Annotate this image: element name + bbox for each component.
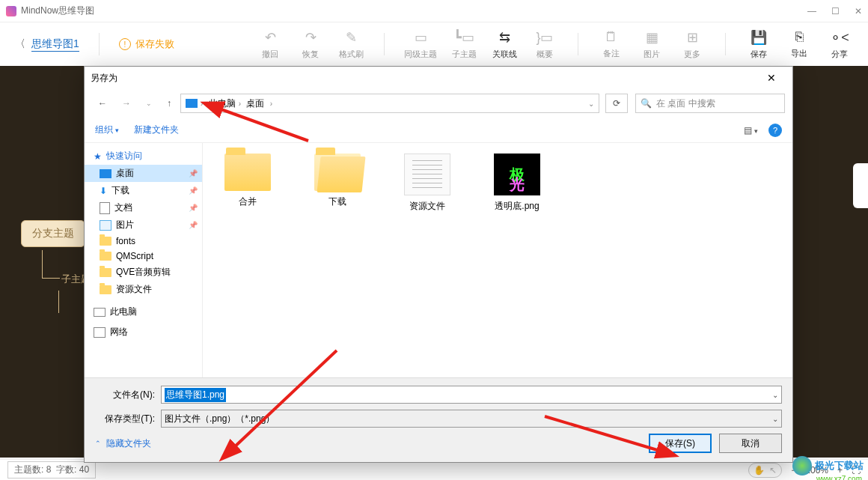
child-topic-button[interactable]: ┗▭子主题 [450,29,477,60]
save-icon: 💾 [751,29,767,46]
sidebar-quick-access[interactable]: ★快速访问 [85,148,202,165]
image-thumbnail: 极光 [494,154,540,195]
export-button[interactable]: ⎘导出 [786,29,813,60]
sidebar-item-fonts[interactable]: fonts [85,234,202,249]
search-input[interactable]: 🔍 在 桌面 中搜索 [635,94,785,113]
brush-icon: ✎ [346,29,357,46]
view-mode-toggle[interactable]: ✋↖ [748,463,782,478]
filetype-select[interactable]: 图片文件（.png）（*.png） ⌄ [161,410,782,428]
star-icon: ★ [94,151,102,162]
chevron-down-icon[interactable]: ⌄ [588,100,594,108]
watermark-text: 极光下载站 [815,459,864,473]
more-button[interactable]: ⊞更多 [679,29,706,60]
nav-back-icon[interactable]: ← [92,95,113,112]
warning-icon: ! [119,38,131,50]
save-status: ! 保存失败 [119,37,174,51]
dialog-footer: 文件名(N): 思维导图1.png ⌄ 保存类型(T): 图片文件（.png）（… [85,377,792,462]
sidebar-item-qve[interactable]: QVE音频剪辑 [85,264,202,281]
pin-icon: 📌 [189,186,198,195]
sidebar-item-desktop[interactable]: 桌面📌 [85,165,202,182]
hand-icon: ✋ [754,465,765,476]
help-icon[interactable]: ? [768,124,782,137]
nav-up-icon[interactable]: ↑ [161,95,177,112]
maximize-icon[interactable]: ☐ [831,6,840,16]
folder-icon [224,154,271,191]
file-list[interactable]: 合并 下载 资源文件 极光透明底.png [203,143,792,377]
app-title: MindNow思维导图 [21,4,94,17]
share-icon: ⚬< [830,29,849,46]
pin-icon: 📌 [189,221,198,229]
breadcrumb[interactable]: 桌面 [246,97,264,110]
filename-input[interactable]: 思维导图1.png ⌄ [161,386,782,404]
file-item-folder[interactable]: 合并 [218,154,278,208]
folder-icon [100,285,111,294]
nav-recent-icon[interactable]: ⌄ [140,97,158,110]
main-toolbar: 〈 思维导图1 ! 保存失败 ↶撤回 ↷恢复 ✎格式刷 ▭同级主题 ┗▭子主题 … [0,22,868,66]
save-as-dialog: 另存为 ✕ ← → ⌄ ↑ › 此电脑 › 桌面 › ⌄ ⟳ 🔍 在 桌面 中搜… [84,66,793,463]
minimize-icon[interactable]: — [807,6,816,16]
sidebar-item-downloads[interactable]: ⬇下载📌 [85,182,202,199]
sidebar-item-documents[interactable]: 文档📌 [85,199,202,216]
file-item-folder[interactable]: 资源文件 [397,154,457,213]
organize-menu[interactable]: 组织 ▾ [95,124,119,136]
save-button[interactable]: 💾保存 [745,29,772,60]
cursor-icon: ↖ [769,465,777,476]
refresh-button[interactable]: ⟳ [605,94,628,113]
peer-icon: ▭ [415,29,427,46]
sidebar-network[interactable]: 网络 [85,326,202,338]
save-confirm-button[interactable]: 保存(S) [649,434,712,453]
format-button[interactable]: ✎格式刷 [337,29,364,60]
pin-icon: 📌 [189,169,198,177]
filetype-value: 图片文件（.png）（*.png） [165,413,275,425]
image-icon: ▦ [646,29,658,46]
watermark-logo-icon [792,456,812,476]
chevron-left-icon: 〈 [15,37,25,51]
redo-button[interactable]: ↷恢复 [297,29,324,60]
dialog-close-button[interactable]: ✕ [757,72,786,84]
new-folder-button[interactable]: 新建文件夹 [134,124,179,136]
divider [725,33,726,55]
view-options-button[interactable]: ▤ ▾ [744,125,758,136]
hide-folders-link[interactable]: ⌃ 隐藏文件夹 [95,437,151,450]
divider [578,33,578,55]
sidebar-item-pictures[interactable]: 图片📌 [85,216,202,234]
sidebar-item-resources[interactable]: 资源文件 [85,281,202,298]
download-icon: ⬇ [100,186,107,196]
folder-icon [100,268,111,277]
file-item-image[interactable]: 极光透明底.png [487,154,547,213]
connector-line [58,291,76,313]
desktop-icon [100,169,111,178]
file-item-folder[interactable]: 下载 [308,154,367,208]
share-button[interactable]: ⚬<分享 [826,29,853,60]
window-titlebar: MindNow思维导图 — ☐ ✕ [0,0,868,22]
chevron-down-icon[interactable]: ⌄ [772,415,778,423]
folder-icon [404,154,450,195]
sidebar-item-qmscript[interactable]: QMScript [85,249,202,264]
status-text: 保存失败 [135,37,174,51]
branch-topic-node[interactable]: 分支主题 [21,220,85,247]
breadcrumb[interactable]: 此电脑 [209,97,236,110]
child-icon: ┗▭ [453,29,474,46]
note-icon: 🗒 [605,29,618,45]
nav-forward-icon[interactable]: → [116,95,137,112]
relate-icon: ⇆ [499,29,510,46]
address-bar[interactable]: › 此电脑 › 桌面 › ⌄ [180,94,599,113]
sidebar-this-pc[interactable]: 此电脑 [85,306,202,318]
pin-icon: 📌 [189,204,198,212]
dialog-title: 另存为 [91,72,117,85]
chevron-down-icon[interactable]: ⌄ [772,391,778,399]
undo-button[interactable]: ↶撤回 [257,29,284,60]
image-button[interactable]: ▦图片 [638,29,665,60]
note-button[interactable]: 🗒备注 [598,29,625,60]
peer-topic-button[interactable]: ▭同级主题 [404,29,437,60]
relate-button[interactable]: ⇆关联线 [491,29,518,60]
side-panel-tab[interactable] [853,163,868,208]
summary-button[interactable]: }▭概要 [531,29,558,60]
pc-icon [94,308,106,317]
cancel-button[interactable]: 取消 [719,434,782,453]
app-logo-icon [6,6,16,16]
document-icon [100,202,110,214]
back-nav[interactable]: 〈 思维导图1 [15,37,79,52]
close-window-icon[interactable]: ✕ [855,6,862,16]
dialog-nav: ← → ⌄ ↑ › 此电脑 › 桌面 › ⌄ ⟳ 🔍 在 桌面 中搜索 [85,89,792,118]
